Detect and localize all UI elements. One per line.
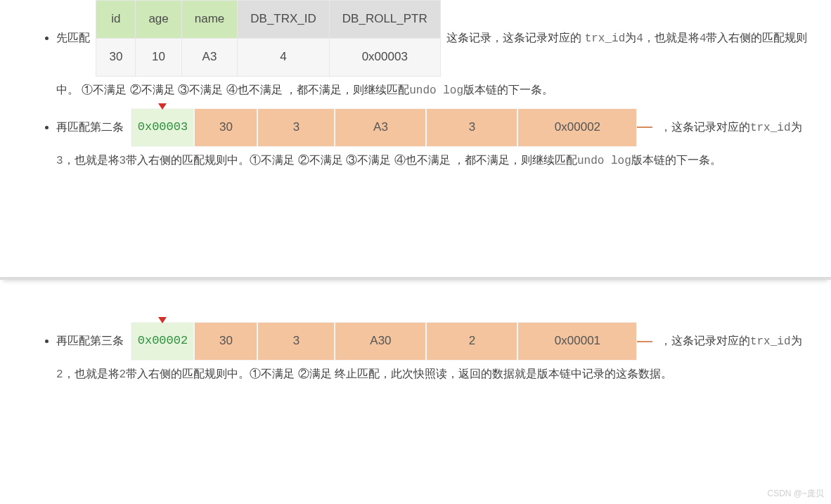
th-age: age (136, 1, 181, 39)
td-id: 30 (96, 38, 136, 76)
b2-c4: 0x00002 (517, 108, 637, 147)
b2-t3: 带入右侧的匹配规则中。①不满足 ②不满足 ③不满足 ④也不满足 ，都不满足，则继… (126, 154, 577, 166)
b3-addr-text: 0x00002 (138, 334, 188, 347)
b3-trxid-label: trx_id (750, 335, 791, 348)
b2-c1: 3 (257, 108, 335, 147)
b2-c2: A3 (335, 108, 426, 147)
article-section-2: 再匹配第三条 0x00002 30 3 A30 2 0x00001 ，这条记录对… (0, 322, 831, 388)
b1-t4: 版本链的下一条。 (463, 84, 553, 96)
td-roll-ptr: 0x00003 (329, 38, 440, 76)
b2-prefix: 再匹配第二条 (56, 121, 124, 133)
bullet-2: 再匹配第二条 0x00003 30 3 A3 3 0x00002 ，这条记录对应… (56, 108, 817, 174)
th-id: id (96, 1, 136, 39)
b3-row: 0x00002 30 3 A30 2 0x00001 (131, 322, 652, 361)
pointer-marker-icon (158, 317, 167, 323)
b1-trxid-label: trx_id (585, 32, 626, 45)
b1-t2: ，也就是将 (643, 32, 700, 44)
b3-c0: 30 (194, 322, 257, 361)
b3-c2: A30 (335, 322, 426, 361)
pointer-marker-icon (158, 103, 167, 110)
b1-table: id age name DB_TRX_ID DB_ROLL_PTR 30 10 … (96, 0, 440, 77)
b3-addr: 0x00002 (131, 322, 194, 361)
b2-after-row: ，这条记录对应的 (660, 121, 750, 133)
b3-t3: 带入右侧的匹配规则中。①不满足 ②满足 终止匹配，此次快照读，返回的数据就是版本… (126, 368, 672, 380)
b1-t1: 为 (625, 32, 636, 44)
b2-t4: 版本链的下一条。 (631, 154, 721, 166)
b3-c4: 0x00001 (517, 322, 637, 361)
b3-c3: 2 (426, 322, 517, 361)
b2-c0: 30 (194, 108, 257, 147)
b2-addr: 0x00003 (131, 108, 194, 147)
th-trx-id: DB_TRX_ID (238, 1, 330, 39)
link-line-icon (637, 341, 652, 342)
b2-row: 0x00003 30 3 A3 3 0x00002 (131, 108, 652, 147)
b1-undolog: undo log (409, 84, 463, 97)
td-age: 10 (136, 38, 181, 76)
b1-prefix: 先匹配 (56, 32, 90, 44)
b2-addr-text: 0x00003 (138, 120, 188, 134)
article-section-1: 先匹配 id age name DB_TRX_ID DB_ROLL_PTR 30… (0, 0, 831, 174)
b2-undolog: undo log (577, 155, 631, 167)
b1-after-table: 这条记录，这条记录对应的 (446, 32, 581, 44)
th-roll-ptr: DB_ROLL_PTR (329, 1, 440, 39)
b3-t2: ，也就是将 (63, 368, 120, 380)
b1-trxid-val: 4 (636, 32, 643, 45)
td-trx-id: 4 (238, 38, 330, 76)
b2-t1: 为 (791, 121, 802, 133)
b3-after-row: ，这条记录对应的 (660, 335, 750, 347)
bullet-3: 再匹配第三条 0x00002 30 3 A30 2 0x00001 ，这条记录对… (56, 322, 817, 388)
link-line-icon (637, 127, 652, 128)
b2-c3: 3 (426, 108, 517, 147)
b2-t2: ，也就是将 (63, 154, 120, 166)
b3-trxid-val: 2 (56, 368, 63, 381)
th-name: name (181, 1, 238, 39)
bullet-1: 先匹配 id age name DB_TRX_ID DB_ROLL_PTR 30… (56, 0, 817, 104)
b3-c1: 3 (257, 322, 335, 361)
b3-prefix: 再匹配第三条 (56, 335, 124, 347)
b2-trxid-val2: 3 (120, 155, 127, 167)
b2-trxid-label: trx_id (750, 122, 791, 134)
td-name: A3 (181, 38, 238, 76)
b3-trxid-val2: 2 (120, 368, 127, 381)
section-divider (0, 181, 831, 280)
b3-t1: 为 (791, 335, 802, 347)
b2-trxid-val: 3 (56, 155, 63, 167)
